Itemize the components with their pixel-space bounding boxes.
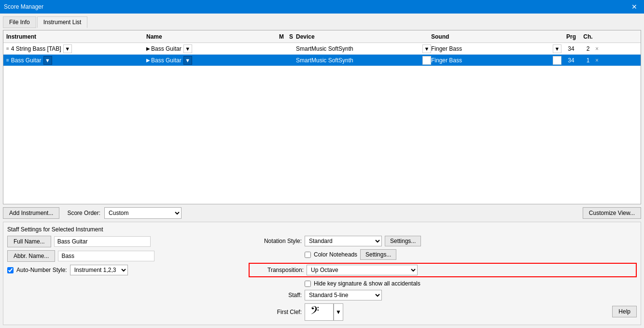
prg-value: 34 — [561, 57, 581, 64]
add-instrument-button[interactable]: Add Instrument... — [3, 207, 59, 219]
bottom-toolbar: Add Instrument... Score Order: Custom Or… — [3, 207, 641, 219]
close-button[interactable]: ✕ — [629, 2, 640, 12]
tab-file-info[interactable]: File Info — [3, 16, 36, 28]
hide-key-row: Hide key signature & show all accidental… — [305, 280, 637, 287]
abbr-name-button[interactable]: Abbr. Name... — [7, 250, 55, 262]
header-s: S — [286, 33, 296, 40]
full-name-button[interactable]: Full Name... — [7, 236, 51, 247]
abbr-name-input[interactable] — [58, 251, 154, 261]
hide-key-checkbox[interactable] — [305, 281, 311, 287]
header-m: M — [277, 33, 286, 40]
auto-number-select[interactable]: Instrument 1,2,3 1,2,3 None — [70, 265, 128, 275]
header-instrument: Instrument — [6, 33, 146, 40]
header-sound: Sound — [431, 33, 561, 40]
transposition-label: Transposition: — [251, 267, 304, 273]
sound-dropdown-btn[interactable]: ▼ — [553, 56, 561, 65]
remove-btn[interactable]: × — [595, 45, 605, 52]
instrument-table: Instrument Name M S Device Sound Prg Ch.… — [3, 30, 641, 204]
device-value: SmartMusic SoftSynth — [296, 57, 420, 64]
staff-settings-title: Staff Settings for Selected Instrument — [7, 226, 637, 233]
title-bar: Score Manager ✕ — [0, 0, 644, 14]
auto-number-row: Auto-Number Style: Instrument 1,2,3 1,2,… — [7, 265, 239, 275]
clef-dropdown-button[interactable]: ▼ — [334, 303, 343, 321]
instrument-dropdown-btn[interactable]: ▼ — [43, 56, 52, 65]
device-dropdown-btn[interactable]: ▼ — [422, 44, 431, 53]
transposition-select[interactable]: Up Octave Down Octave None Custom — [307, 265, 418, 275]
staff-select[interactable]: Standard 5-line 1-line 2-line — [305, 290, 382, 300]
first-clef-row: First Clef: 𝄢 ▼ Help — [249, 303, 637, 321]
auto-number-checkbox[interactable] — [7, 267, 14, 273]
customize-view-button[interactable]: Customize View... — [583, 207, 641, 219]
full-name-input[interactable] — [54, 236, 151, 247]
full-name-row: Full Name... — [7, 236, 239, 247]
device-dropdown-btn[interactable]: ▼ — [422, 56, 431, 65]
row-handle-icon: ≡ — [6, 57, 9, 63]
remove-btn[interactable]: × — [595, 57, 605, 64]
staff-settings-panel: Staff Settings for Selected Instrument F… — [3, 222, 641, 325]
header-ch: Ch. — [581, 33, 595, 40]
expand-icon: ▶ — [146, 57, 150, 63]
color-settings-button[interactable]: Settings... — [360, 249, 396, 260]
tab-instrument-list[interactable]: Instrument List — [37, 16, 88, 28]
tab-bar: File Info Instrument List — [3, 16, 641, 28]
prg-value: 34 — [561, 45, 581, 52]
notation-style-select[interactable]: Standard Tab Percussion — [305, 236, 382, 246]
expand-icon: ▶ — [146, 46, 150, 51]
table-row[interactable]: ≡ Bass Guitar ▼ ▶ Bass Guitar ▼ SmartMus… — [3, 55, 641, 66]
svg-text:𝄢: 𝄢 — [310, 304, 319, 319]
notation-style-row: Notation Style: Standard Tab Percussion … — [249, 236, 637, 246]
row-handle-icon: ≡ — [6, 46, 9, 51]
help-button[interactable]: Help — [612, 306, 637, 317]
name-dropdown-btn[interactable]: ▼ — [183, 56, 192, 65]
score-order-select[interactable]: Custom Orchestral Band Jazz — [104, 207, 182, 219]
staff-row: Staff: Standard 5-line 1-line 2-line — [249, 290, 637, 300]
abbr-name-row: Abbr. Name... — [7, 250, 239, 262]
table-header: Instrument Name M S Device Sound Prg Ch. — [3, 30, 641, 43]
color-noteheads-label: Color Noteheads — [314, 251, 357, 258]
instrument-name: 4 String Bass [TAB] — [11, 45, 61, 52]
clef-display: 𝄢 — [305, 303, 334, 321]
ch-value: 1 — [581, 57, 595, 64]
instrument-dropdown-btn[interactable]: ▼ — [63, 44, 72, 53]
name-dropdown-btn[interactable]: ▼ — [183, 44, 192, 53]
hide-key-label: Hide key signature & show all accidental… — [314, 280, 420, 287]
notation-style-label: Notation Style: — [249, 238, 302, 244]
clef-icon: 𝄢 — [309, 304, 329, 320]
header-prg: Prg — [561, 33, 581, 40]
sound-value: Finger Bass — [431, 57, 551, 64]
color-noteheads-checkbox[interactable] — [305, 252, 311, 258]
header-device: Device — [296, 33, 431, 40]
window-title: Score Manager — [4, 3, 43, 10]
table-row[interactable]: ≡ 4 String Bass [TAB] ▼ ▶ Bass Guitar ▼ … — [3, 43, 641, 55]
name-value: Bass Guitar — [151, 57, 182, 64]
device-value: SmartMusic SoftSynth — [296, 45, 420, 52]
ch-value: 2 — [581, 45, 595, 52]
color-noteheads-row: Color Noteheads Settings... — [305, 249, 637, 260]
name-value: Bass Guitar — [151, 45, 182, 52]
sound-dropdown-btn[interactable]: ▼ — [553, 44, 561, 53]
header-name: Name — [146, 33, 277, 40]
first-clef-label: First Clef: — [249, 309, 302, 315]
score-order-label: Score Order: — [67, 210, 100, 216]
staff-label: Staff: — [249, 292, 302, 299]
instrument-name: Bass Guitar — [11, 57, 42, 64]
transposition-row: Transposition: Up Octave Down Octave Non… — [249, 263, 637, 277]
notation-settings-button[interactable]: Settings... — [385, 236, 421, 246]
auto-number-label: Auto-Number Style: — [16, 267, 67, 273]
sound-value: Finger Bass — [431, 45, 551, 52]
